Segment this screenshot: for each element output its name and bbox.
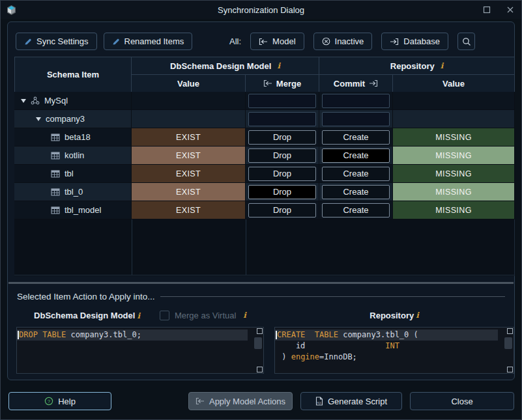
table-row[interactable]: tbl_modelEXISTDropCreateMISSING bbox=[14, 201, 514, 219]
merge-action-button[interactable]: Drop bbox=[248, 203, 316, 217]
maximize-button[interactable] bbox=[480, 3, 494, 17]
editor-expand-button[interactable] bbox=[507, 367, 513, 372]
schema-item-cell[interactable]: company3 bbox=[14, 110, 132, 128]
table-body: MySqlcompany3beta18EXISTDropCreateMISSIN… bbox=[14, 92, 514, 219]
repository-value-cell[interactable]: MISSING bbox=[393, 128, 515, 147]
commit-action-button[interactable]: Create bbox=[322, 203, 390, 217]
merge-action-button[interactable]: Drop bbox=[248, 167, 316, 181]
pencil-icon bbox=[112, 38, 120, 46]
table-row[interactable]: kotlinEXISTDropCreateMISSING bbox=[14, 147, 514, 165]
database-button[interactable]: Database bbox=[381, 33, 448, 50]
repository-value-cell[interactable] bbox=[393, 110, 515, 128]
header-model-group: DbSchema Design Model bbox=[131, 57, 319, 75]
model-value-cell[interactable]: EXIST bbox=[132, 165, 246, 183]
group-title-line bbox=[160, 296, 505, 297]
schema-icon bbox=[31, 96, 40, 105]
model-value-cell[interactable]: EXIST bbox=[132, 147, 246, 165]
database-label: Database bbox=[403, 36, 440, 46]
svg-text:?: ? bbox=[48, 399, 51, 404]
repository-sql-editor[interactable]: CREATE TABLE company3.tbl_0 ( id INT ) e… bbox=[274, 327, 514, 374]
generate-script-button[interactable]: SQL Generate Script bbox=[300, 392, 402, 410]
commit-action-button[interactable]: Create bbox=[322, 167, 390, 181]
header-merge: Merge bbox=[245, 74, 319, 92]
info-icon bbox=[416, 311, 419, 320]
footer: ? Help Apply Model Actions SQL Generate … bbox=[1, 392, 521, 412]
merge-action-button[interactable]: Drop bbox=[248, 130, 316, 145]
editor-expand-button[interactable] bbox=[257, 367, 263, 372]
commit-action-button[interactable]: Create bbox=[322, 130, 390, 145]
search-icon bbox=[462, 37, 471, 46]
sql-keyword: TABLE bbox=[42, 330, 66, 339]
info-icon bbox=[277, 61, 280, 70]
sql-text bbox=[305, 341, 385, 350]
sql-keyword: engine bbox=[291, 352, 319, 361]
sql-text: ) bbox=[277, 352, 291, 361]
scrollbar-thumb[interactable] bbox=[254, 337, 262, 349]
expander-icon[interactable] bbox=[21, 99, 26, 103]
repository-value-cell[interactable]: MISSING bbox=[393, 165, 515, 183]
table-row[interactable]: beta18EXISTDropCreateMISSING bbox=[14, 128, 514, 147]
sql-keyword: CREATE bbox=[277, 330, 305, 339]
repository-value-cell[interactable]: MISSING bbox=[393, 201, 515, 219]
arrow-into-left-bracket-icon bbox=[259, 38, 268, 46]
header-schema-item: Schema Item bbox=[14, 57, 132, 92]
close-dialog-button[interactable]: Close bbox=[410, 392, 514, 410]
merge-action-button[interactable]: Drop bbox=[248, 148, 316, 163]
table-row[interactable]: tbl_0EXISTDropCreateMISSING bbox=[14, 183, 514, 201]
row-label: MySql bbox=[44, 96, 68, 105]
selected-item-group: Selected Item Action to Apply into... bbox=[17, 290, 505, 302]
commit-cell: Create bbox=[319, 128, 393, 147]
repository-value-cell[interactable] bbox=[393, 92, 515, 110]
schema-item-cell[interactable]: kotlin bbox=[14, 147, 132, 165]
search-button[interactable] bbox=[457, 33, 475, 50]
inactive-button[interactable]: Inactive bbox=[313, 33, 373, 50]
all-label: All: bbox=[229, 36, 241, 46]
merge-action-button[interactable]: Drop bbox=[248, 185, 316, 199]
footer-right-group: Apply Model Actions SQL Generate Script … bbox=[188, 392, 514, 410]
editor-expand-button[interactable] bbox=[507, 328, 513, 334]
pencil-icon bbox=[24, 38, 32, 46]
merge-as-virtual-checkbox[interactable] bbox=[160, 311, 169, 320]
model-value-cell[interactable] bbox=[132, 92, 246, 110]
schema-item-cell[interactable]: tbl_0 bbox=[14, 183, 132, 201]
apply-model-actions-button[interactable]: Apply Model Actions bbox=[188, 392, 293, 410]
model-value-cell[interactable]: EXIST bbox=[132, 201, 246, 219]
merge-empty-box bbox=[248, 94, 316, 108]
toolbar-right-group: All: Model Inactive bbox=[229, 33, 475, 50]
schema-item-cell[interactable]: tbl_model bbox=[14, 201, 132, 219]
titlebar: Synchronization Dialog bbox=[1, 1, 521, 19]
code-line: ) engine=InnoDB; bbox=[275, 352, 514, 363]
editor-expand-button[interactable] bbox=[257, 328, 263, 334]
splitter-handle[interactable] bbox=[8, 282, 514, 284]
schema-item-cell[interactable]: tbl bbox=[14, 165, 132, 183]
info-icon bbox=[441, 61, 444, 70]
help-button[interactable]: ? Help bbox=[8, 392, 111, 410]
close-button[interactable] bbox=[503, 3, 517, 17]
table-row[interactable]: company3 bbox=[14, 110, 514, 128]
repository-value-cell[interactable]: MISSING bbox=[393, 147, 515, 165]
sql-text bbox=[305, 330, 314, 339]
schema-item-cell[interactable]: beta18 bbox=[14, 128, 132, 147]
commit-action-button[interactable]: Create bbox=[322, 148, 390, 163]
toolbar: Sync Settings Renamed Items All: Model bbox=[16, 33, 506, 50]
sync-settings-button[interactable]: Sync Settings bbox=[16, 33, 97, 50]
circle-x-icon bbox=[322, 37, 330, 46]
model-value-cell[interactable]: EXIST bbox=[132, 128, 246, 147]
table-row[interactable]: MySql bbox=[14, 92, 514, 110]
table-row[interactable]: tblEXISTDropCreateMISSING bbox=[14, 165, 514, 183]
sql-text: company3.tbl_0; bbox=[66, 330, 141, 339]
model-value-cell[interactable] bbox=[132, 110, 246, 128]
close-label: Close bbox=[451, 397, 472, 406]
model-button[interactable]: Model bbox=[250, 33, 304, 50]
expander-icon[interactable] bbox=[36, 117, 41, 121]
schema-item-cell[interactable]: MySql bbox=[14, 92, 132, 110]
model-sql-editor[interactable]: DROP TABLE company3.tbl_0; bbox=[16, 327, 264, 374]
renamed-items-button[interactable]: Renamed Items bbox=[104, 33, 193, 50]
commit-action-button[interactable]: Create bbox=[322, 185, 390, 199]
model-value-cell[interactable]: EXIST bbox=[132, 183, 246, 201]
arrow-into-left-bracket-icon bbox=[263, 79, 272, 87]
commit-cell: Create bbox=[319, 201, 393, 219]
column-separator bbox=[246, 219, 246, 275]
window-title: Synchronization Dialog bbox=[1, 5, 521, 15]
repository-value-cell[interactable]: MISSING bbox=[393, 183, 515, 201]
